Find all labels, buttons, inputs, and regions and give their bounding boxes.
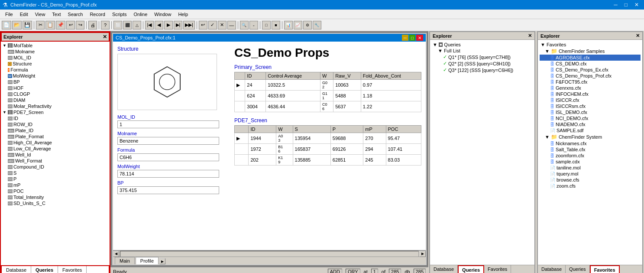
help-button[interactable]: ? xyxy=(101,21,110,29)
maximize-button[interactable]: □ xyxy=(622,1,630,9)
copy-button[interactable]: 📋 xyxy=(45,21,55,29)
cut-button[interactable]: ✂ xyxy=(36,21,45,29)
new-button[interactable]: 📄 xyxy=(2,21,11,29)
molweight-input[interactable] xyxy=(117,170,219,178)
tree-item-hof[interactable]: 00 HOF xyxy=(7,85,109,91)
tree-item-compoundid[interactable]: 00 Compound_ID xyxy=(7,164,109,170)
th-w[interactable]: W xyxy=(276,126,293,133)
doc-minimize[interactable]: ─ xyxy=(402,35,408,41)
molname-input[interactable] xyxy=(117,137,219,145)
tree-item-id[interactable]: 00 ID xyxy=(7,115,109,121)
left-explorer-close[interactable]: ✕ xyxy=(103,34,107,40)
file-csdemoprof[interactable]: 🗄 CS_Demo_Props_Prof.cfx xyxy=(540,73,641,79)
th-id[interactable]: ID xyxy=(249,126,276,133)
cell-id[interactable]: 202 xyxy=(249,155,276,166)
file-agrobase[interactable]: 🗄 AGROBASE.cfx xyxy=(540,55,641,61)
query-item-1[interactable]: ✓ Q1* [76] (SSS [query=C7H8]) xyxy=(442,54,533,60)
right-tab-database-1[interactable]: Database xyxy=(430,265,458,273)
x-btn[interactable]: ✕ xyxy=(218,21,227,29)
save-button[interactable]: 💾 xyxy=(23,21,32,29)
doc-tab-profile[interactable]: Profile xyxy=(136,257,159,264)
horizontal-scrollbar[interactable] xyxy=(120,251,419,257)
th-mp[interactable]: mP xyxy=(363,126,386,133)
tools7[interactable]: ⚙ xyxy=(303,21,312,29)
tree-item-lowctl[interactable]: 00 Low_Ctl_Average xyxy=(7,146,109,152)
tools5[interactable]: 📊 xyxy=(284,21,293,29)
menu-search[interactable]: Search xyxy=(65,11,87,18)
table-row[interactable]: ▶ 24 10322.5 G02 10063 0.97 xyxy=(235,80,421,91)
molid-input[interactable] xyxy=(117,120,219,128)
paste-button[interactable]: 📌 xyxy=(56,21,65,29)
tree-item-totalint[interactable]: 00 Total_Intensity xyxy=(7,194,109,200)
left-tab-queries[interactable]: Queries xyxy=(31,266,58,273)
first-record[interactable]: |◀ xyxy=(145,21,154,29)
dash2[interactable]: - xyxy=(249,21,258,29)
file-browse[interactable]: 📄 browse.cfs xyxy=(540,177,641,183)
right-panel-close-2[interactable]: ✕ xyxy=(636,33,640,39)
th-id[interactable]: ID xyxy=(245,72,266,80)
file-taniline[interactable]: 📄 taniline.mol xyxy=(540,165,641,171)
file-nicknames[interactable]: 🗄 Nicknames.cfx xyxy=(540,140,641,146)
file-samplecdx[interactable]: 🗄 sample.cdx xyxy=(540,159,641,165)
formula-input[interactable] xyxy=(117,153,219,161)
last-record[interactable]: ▶| xyxy=(174,21,182,29)
menu-file[interactable]: File xyxy=(2,11,16,18)
right-panel-close-1[interactable]: ✕ xyxy=(528,33,532,39)
prev-record[interactable]: ◀ xyxy=(155,21,163,29)
next-record[interactable]: ▶ xyxy=(164,21,173,29)
queries-root[interactable]: ▼ ■ Queries xyxy=(432,42,533,48)
cell-id[interactable]: 24 xyxy=(245,80,266,91)
scroll-left-btn[interactable]: ◀ xyxy=(113,251,119,257)
table-row[interactable]: ▶ 1944 A03 135954 59688 270 95.47 xyxy=(235,133,421,144)
right-tab-queries-2[interactable]: Queries xyxy=(566,265,590,273)
right-tab-favorites-2[interactable]: Favorites xyxy=(590,265,620,273)
tree-item-rowid[interactable]: 00 ROW_ID xyxy=(7,121,109,127)
file-csdemoex[interactable]: 🗄 CS_Demo_Props_Ex.cfx xyxy=(540,67,641,73)
file-zoomform[interactable]: 🗄 zoomform.cfx xyxy=(540,153,641,159)
tools8[interactable]: 🔧 xyxy=(313,21,321,29)
menu-view[interactable]: View xyxy=(32,11,49,18)
query-item-2[interactable]: ✓ Q2* [2] (SSS [query=C8H10]) xyxy=(442,60,533,67)
table-row[interactable]: 1972 B16 165837 69126 294 107.41 xyxy=(235,144,421,155)
tools6[interactable]: 📈 xyxy=(294,21,302,29)
tree-item-diam[interactable]: 00 DIAM xyxy=(7,97,109,103)
status-at-value[interactable]: 1 xyxy=(371,269,378,273)
tree-item-molname[interactable]: abc Molname xyxy=(7,49,109,55)
fast-forward[interactable]: ▶▶| xyxy=(183,21,195,29)
cell-id[interactable]: 1944 xyxy=(249,133,276,144)
tools4[interactable]: ■ xyxy=(272,21,280,29)
table-row[interactable]: 624 4633.69 G11 5488 1.18 xyxy=(235,91,421,101)
scroll-right-btn[interactable]: ▶ xyxy=(420,251,426,257)
cell-id[interactable]: 624 xyxy=(245,91,266,101)
th-fold[interactable]: Fold_Above_Cont xyxy=(361,72,421,80)
th-w[interactable]: W xyxy=(320,72,333,80)
file-isiccrm[interactable]: 🗄 ISICCRsm.cfx xyxy=(540,103,641,109)
menu-edit[interactable]: Edit xyxy=(16,11,32,18)
tree-item-bp[interactable]: 00 BP xyxy=(7,79,109,85)
close-button[interactable]: ✕ xyxy=(632,1,641,9)
menu-text[interactable]: Text xyxy=(49,11,64,18)
doc-maximize[interactable]: □ xyxy=(409,35,415,41)
tree-item-structure[interactable]: ⬡ Structure xyxy=(7,61,109,67)
tree-item-s[interactable]: 00 S xyxy=(7,170,109,176)
undo-button[interactable]: ↩ xyxy=(66,21,75,29)
menu-scripts[interactable]: Scripts xyxy=(109,11,130,18)
tree-item-mp[interactable]: 00 mP xyxy=(7,182,109,188)
undo2[interactable]: ↩ xyxy=(199,21,207,29)
cell-id[interactable]: 3004 xyxy=(245,101,266,112)
file-ffoct[interactable]: 🗄 F&FOCT95.cfx xyxy=(540,79,641,85)
tool2[interactable]: ⬛ xyxy=(123,21,132,29)
favorites-root[interactable]: ▼ Favorites xyxy=(540,42,641,48)
th-poc[interactable]: POC xyxy=(386,126,421,133)
chemfinder-samples-folder[interactable]: ▼ 📁 ChemFinder Samples xyxy=(540,48,641,55)
table-row[interactable]: 3004 4636.44 C06 5637 1.22 xyxy=(235,101,421,112)
full-list-item[interactable]: ▼ Full List xyxy=(437,48,533,54)
file-genrxns[interactable]: 🗄 Genrxns.cfx xyxy=(540,85,641,91)
tree-item-poc[interactable]: 00 POC xyxy=(7,188,109,194)
menu-help[interactable]: Help xyxy=(175,11,191,18)
file-ncidemo[interactable]: 🗄 NCI_DEMO.cfx xyxy=(540,115,641,121)
menu-online[interactable]: Online xyxy=(130,11,151,18)
th-raw-v[interactable]: Raw_V xyxy=(333,72,361,80)
tree-item-plateid[interactable]: abc Plate_ID xyxy=(7,127,109,133)
print-button[interactable]: 🖨 xyxy=(88,21,97,29)
